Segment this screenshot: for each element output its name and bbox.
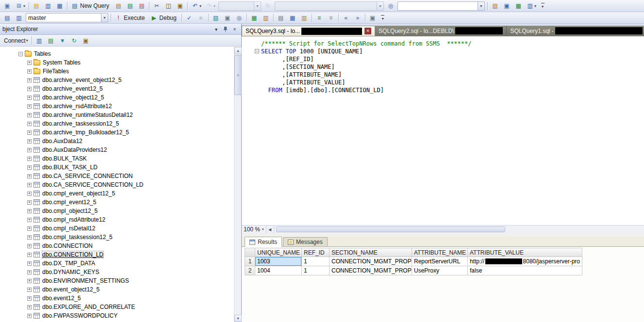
refresh-icon[interactable]: ↻ — [69, 36, 80, 46]
tree-item[interactable]: +dbo.cmpl_object12_5 — [0, 207, 234, 215]
expand-plus-icon[interactable]: + — [27, 148, 32, 152]
expand-plus-icon[interactable]: + — [27, 157, 32, 161]
results-to-file-icon[interactable]: ▥ — [299, 13, 310, 23]
grid-cell[interactable]: false — [468, 266, 582, 275]
window-position-chevron-icon[interactable]: ▾ — [212, 25, 220, 33]
grid-cell[interactable]: 1003 — [255, 257, 302, 266]
find-icon[interactable]: ◎ — [385, 1, 396, 11]
navigate-icon[interactable]: ↻ — [263, 1, 273, 11]
save-all-icon[interactable]: ▦ — [54, 1, 65, 11]
zoom-combobox[interactable]: 100 % ▾ — [242, 225, 266, 234]
expand-plus-icon[interactable]: + — [27, 61, 32, 65]
grid-cell[interactable]: 1 — [302, 266, 330, 275]
tree-item[interactable]: +System Tables — [0, 58, 234, 67]
scroll-up-icon[interactable]: ▲ — [234, 47, 242, 54]
database-engine-query-icon[interactable]: ▤ — [113, 1, 124, 11]
connect-database-icon[interactable]: ▤ — [2, 13, 13, 23]
row-number-cell[interactable]: 1 — [245, 257, 255, 266]
query-editor[interactable]: /****** Script for SelectTopNRows comman… — [242, 36, 644, 225]
expand-plus-icon[interactable]: + — [27, 139, 32, 144]
solution-explorer-icon[interactable]: ▧ — [490, 1, 500, 11]
toolbar-overflow-chevron-icon[interactable]: ▾ — [539, 1, 546, 11]
results-to-text-icon[interactable]: ▤ — [276, 13, 286, 23]
tree-item[interactable]: +dbo.event_object12_5 — [0, 285, 234, 294]
add-object-icon[interactable]: ⊞▾ — [14, 1, 27, 11]
disconnect-icon[interactable]: ▥ — [34, 36, 45, 46]
grid-cell[interactable]: 1004 — [255, 266, 302, 275]
new-session-icon[interactable]: ▣ — [2, 1, 13, 11]
tree-item[interactable]: +dbo.archive_tmp_Bulkloader12_5 — [0, 128, 234, 137]
results-tab-results[interactable]: Results — [245, 237, 282, 247]
close-tab-icon[interactable]: × — [364, 28, 371, 34]
chevron-down-icon[interactable]: ▼ — [254, 2, 261, 10]
tree-item[interactable]: +dbo.DYNAMIC_KEYS — [0, 268, 234, 276]
tree-item[interactable]: +dbo.CONNECTION — [0, 242, 234, 250]
search-combobox[interactable]: ▼ — [397, 1, 485, 11]
chevron-down-icon[interactable]: ▼ — [377, 2, 383, 10]
document-tab[interactable]: SQLQuery3.sql - lo...× — [242, 26, 375, 36]
chevron-down-icon[interactable]: ▼ — [101, 14, 108, 22]
process-combobox[interactable]: ▼ — [275, 1, 384, 11]
tree-item[interactable]: +dbo.archive_rsdAttribute12 — [0, 102, 234, 111]
grid-cell[interactable]: UseProxy — [412, 266, 468, 275]
row-number-cell[interactable]: 2 — [245, 266, 255, 275]
expand-plus-icon[interactable]: + — [27, 296, 32, 301]
navigation-combobox[interactable]: ▼ — [218, 1, 261, 11]
paste-icon[interactable]: ▣ — [175, 1, 185, 11]
tree-item[interactable]: +dbo.BULK_TASK — [0, 154, 234, 163]
document-tab[interactable]: SQLQuery1.sql - — [507, 26, 644, 36]
tree-item[interactable]: +dbo.CA_SERVICE_CONNECTION_LD — [0, 180, 234, 189]
pin-icon[interactable] — [221, 25, 230, 33]
tree-item[interactable]: −Tables — [0, 49, 234, 58]
expand-plus-icon[interactable]: + — [27, 200, 32, 205]
tree-item[interactable]: +dbo.DX_TMP_DATA — [0, 259, 234, 268]
scrollbar-thumb[interactable] — [276, 226, 506, 232]
estimated-plan-icon[interactable]: ▧ — [211, 13, 221, 23]
expand-plus-icon[interactable]: + — [27, 253, 32, 257]
expand-plus-icon[interactable]: + — [27, 314, 32, 318]
results-splitter[interactable] — [242, 233, 644, 237]
undo-icon[interactable]: ↶▾ — [190, 1, 203, 11]
tree-item[interactable]: +FileTables — [0, 67, 234, 76]
horizontal-scrollbar[interactable] — [274, 225, 644, 233]
properties-window-icon[interactable]: ▣ — [501, 1, 512, 11]
collapse-region-icon[interactable]: − — [255, 49, 259, 53]
expand-plus-icon[interactable]: + — [27, 69, 32, 74]
change-connection-icon[interactable]: ▥ — [14, 13, 24, 23]
grid-cell[interactable]: ReportServerURL — [412, 257, 468, 266]
increase-indent-icon[interactable]: » — [352, 13, 363, 23]
sqlcmd-mode-icon[interactable]: ▣ — [367, 13, 378, 23]
grid-cell[interactable]: http://8080/jasperserver-pro — [468, 257, 582, 266]
scroll-left-icon[interactable]: ◀ — [266, 225, 274, 233]
copy-icon[interactable]: ◫ — [163, 1, 174, 11]
expand-plus-icon[interactable]: + — [27, 244, 32, 248]
expand-plus-icon[interactable]: + — [27, 78, 32, 82]
grid-column-header[interactable]: SECTION_NAME — [330, 248, 412, 257]
collapse-minus-icon[interactable]: − — [18, 52, 23, 56]
expand-plus-icon[interactable]: + — [27, 288, 32, 292]
analysis-services-query-icon[interactable]: ▤ — [125, 1, 135, 11]
expand-plus-icon[interactable]: + — [27, 122, 32, 126]
scroll-down-icon[interactable]: ▼ — [234, 315, 242, 322]
tree-item[interactable]: +dbo.cmpl_event_object12_5 — [0, 189, 234, 198]
grid-column-header[interactable]: ATTRIBUTE_VALUE — [468, 248, 582, 257]
client-statistics-icon[interactable]: ▥ — [261, 13, 271, 23]
intellisense-icon[interactable]: ◎ — [234, 13, 245, 23]
parse-icon[interactable]: ✓ — [184, 13, 195, 23]
query-toolbar-overflow-chevron-icon[interactable]: ▾ — [380, 13, 386, 23]
execute-button[interactable]: !Execute — [113, 13, 148, 23]
grid-cell[interactable]: CONNECTION_MGMT_PROPS — [330, 257, 412, 266]
tree-item[interactable]: +dbo.AuxDataProviders12 — [0, 145, 234, 154]
results-to-grid-icon[interactable]: ▦ — [287, 13, 298, 23]
connect-button[interactable]: Connect ▾ — [2, 36, 30, 46]
grid-cell[interactable]: 1 — [302, 257, 330, 266]
expand-plus-icon[interactable]: + — [27, 165, 32, 170]
script-icon[interactable]: ▣ — [81, 36, 91, 46]
expand-plus-icon[interactable]: + — [27, 235, 32, 240]
window-layout-icon[interactable]: ▥▾ — [525, 1, 538, 11]
close-icon[interactable]: × — [231, 25, 239, 33]
actual-plan-icon[interactable]: ▦ — [249, 13, 260, 23]
tree-item[interactable]: +dbo.archive_event_object12_5 — [0, 76, 234, 84]
comment-icon[interactable]: ≡ — [314, 13, 325, 23]
tree-item[interactable]: +dbo.archive_event12_5 — [0, 84, 234, 93]
